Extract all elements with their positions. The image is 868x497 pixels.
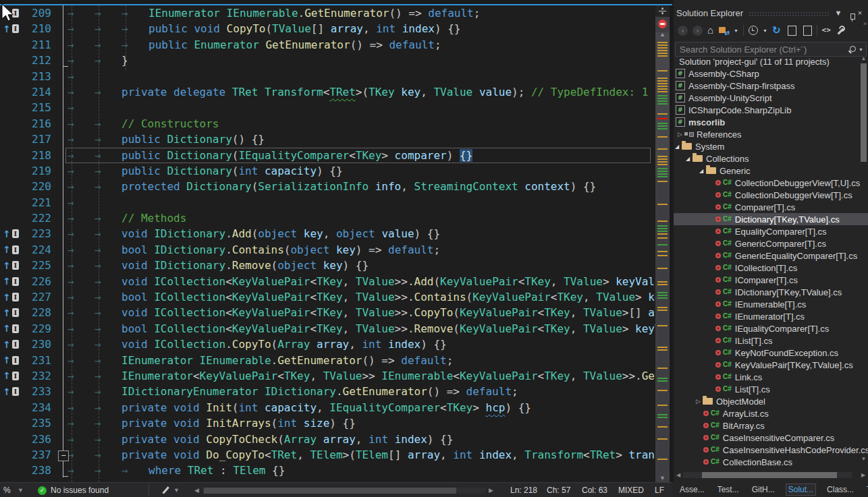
tree-item-collectiondebuggerview-t-cs[interactable]: C#CollectionDebuggerView[T].cs (674, 189, 868, 201)
tree-item-references[interactable]: ▷References (674, 128, 868, 140)
override-indicator-icon[interactable]: ↑I (3, 370, 19, 382)
tool-window-tab-test[interactable]: Test... (715, 484, 741, 495)
back-icon[interactable]: ‹ (678, 26, 688, 36)
scroll-down-arrow-icon[interactable]: ▼ (655, 475, 670, 481)
override-indicator-icon[interactable]: ↑I (3, 323, 19, 334)
tree-item-objectmodel[interactable]: ▷ObjectModel (674, 395, 868, 407)
tool-window-tab-gith[interactable]: GitH... (750, 484, 777, 495)
tree-item-genericequalitycomparer-t-cs[interactable]: C#GenericEqualityComparer[T].cs (674, 250, 868, 262)
zoom-control[interactable]: % (3, 483, 11, 497)
tree-item-idictionary-tkey-tvalue-cs[interactable]: C#IDictionary[TKey,TValue].cs (674, 286, 868, 298)
code-line-218[interactable]: 218→→public Dictionary(IEqualityComparer… (0, 148, 655, 163)
override-indicator-icon[interactable]: ↑I (3, 339, 19, 350)
status-encoding[interactable]: MIXED (618, 483, 644, 497)
tree-item-equalitycomparer-t-cs[interactable]: C#EqualityComparer[T].cs (674, 225, 868, 237)
tree-item-collectionbase-cs[interactable]: C#CollectionBase.cs (674, 456, 868, 468)
editor-hscroll-thumb[interactable] (204, 488, 456, 494)
close-icon[interactable]: × (855, 9, 865, 17)
override-indicator-icon[interactable]: ↑I (3, 291, 19, 303)
code-line-220[interactable]: 220→→protected Dictionary(SerializationI… (0, 179, 655, 194)
fold-collapse-icon[interactable]: − (58, 450, 69, 461)
tree-item-assembly-unityscript[interactable]: Assembly-UnityScript (674, 92, 868, 104)
code-line-231[interactable]: ↑I231→→IEnumerator IEnumerable.GetEnumer… (0, 353, 655, 368)
sync-dropdown-caret-icon[interactable]: ▼ (734, 28, 738, 33)
editor-horizontal-scrollbar[interactable] (202, 488, 486, 494)
tree-item-ienumerator-t-cs[interactable]: C#IEnumerator[T].cs (674, 310, 868, 322)
tree-item-genericcomparer-t-cs[interactable]: C#GenericComparer[T].cs (674, 237, 868, 250)
code-line-223[interactable]: ↑I223→→void IDictionary.Add(object key, … (0, 226, 655, 241)
tree-item-assembly-csharp[interactable]: Assembly-CSharp (674, 67, 868, 80)
code-line-222[interactable]: 222→→// Methods (0, 210, 655, 226)
tree-item-ilist-t-cs[interactable]: C#IList[T].cs (674, 334, 868, 347)
tree-item-ienumerable-t-cs[interactable]: C#IEnumerable[T].cs (674, 298, 868, 310)
tree-item-list-t-cs[interactable]: C#List[T].cs (674, 383, 868, 395)
tree-item-comparer-t-cs[interactable]: C#Comparer[T].cs (674, 201, 868, 213)
code-line-233[interactable]: ↑I233→→IDictionaryEnumerator IDictionary… (0, 384, 655, 399)
override-indicator-icon[interactable]: ↑I (3, 307, 19, 318)
tree-item-mscorlib[interactable]: mscorlib (674, 116, 868, 128)
code-line-227[interactable]: ↑I227→→bool ICollection<KeyValuePair<TKe… (0, 289, 655, 305)
code-line-219[interactable]: 219→→public Dictionary(int capacity) {} (0, 163, 655, 179)
code-line-235[interactable]: 235→→private void InitArrays(int size) {… (0, 415, 655, 431)
code-line-232[interactable]: ↑I232→→IEnumerator<KeyValuePair<TKey, TV… (0, 368, 655, 384)
tree-item-generic[interactable]: ◢Generic (674, 165, 868, 177)
search-dropdown-caret-icon[interactable]: ▼ (859, 47, 863, 52)
issues-indicator[interactable]: ✓ No issues found (38, 483, 109, 497)
collapse-all-icon[interactable] (788, 26, 796, 36)
code-line-237[interactable]: 237→→private void Do_CopyTo<TRet, TElem>… (0, 447, 655, 463)
search-icon[interactable] (848, 45, 857, 54)
solution-explorer-titlebar[interactable]: Solution Explorer ▼ × (674, 0, 868, 20)
code-line-238[interactable]: 238→→→where TRet : TElem {} (0, 463, 655, 478)
hscroll-right-arrow-icon[interactable]: ▶ (489, 483, 493, 497)
code-line-209[interactable]: ↑I209→→→IEnumerator IEnumerable.GetEnume… (0, 5, 655, 21)
show-all-files-icon[interactable] (803, 26, 812, 36)
tool-window-tab-tea[interactable]: Tea... (865, 484, 868, 495)
tree-horizontal-scrollbar[interactable]: ◀ ▶ (674, 469, 868, 480)
code-line-210[interactable]: ↑I210→→→public void CopyTo(TValue[] arra… (0, 21, 655, 36)
home-icon[interactable]: ⌂ (707, 25, 713, 36)
tree-item-system[interactable]: ◢System (674, 140, 868, 152)
code-line-236[interactable]: 236→→private void CopyToCheck(Array arra… (0, 432, 655, 447)
window-position-chevron-icon[interactable]: ▼ (833, 9, 844, 17)
pending-changes-filter-icon[interactable] (749, 26, 758, 35)
status-char-number[interactable]: Ch: 57 (547, 483, 570, 497)
filter-dropdown-caret-icon[interactable]: ▼ (763, 28, 767, 33)
tree-item-icsharpcode-sharpziplib[interactable]: ICSharpCode.SharpZipLib (674, 104, 868, 116)
hscroll-left-arrow-icon[interactable]: ◀ (194, 483, 199, 497)
tree-item-icomparer-t-cs[interactable]: C#IComparer[T].cs (674, 274, 868, 286)
solution-explorer-search[interactable]: Search Solution Explorer (Ctrl+¨) ▼ (675, 42, 867, 57)
tool-window-tab-solut[interactable]: Solut... (786, 484, 816, 496)
tree-vertical-scrollbar[interactable]: ▲ ▼ (860, 55, 867, 463)
override-indicator-icon[interactable]: ↑I (3, 276, 19, 287)
editor-vertical-scrollbar[interactable]: ▲▼ ▲ ▼ (655, 5, 670, 482)
tree-hscroll-thumb[interactable] (702, 472, 837, 478)
tree-scroll-down-icon[interactable]: ▼ (860, 456, 867, 462)
code-line-216[interactable]: 216→→// Constructors (0, 116, 655, 131)
sync-with-active-document-icon[interactable] (718, 26, 729, 35)
code-line-211[interactable]: 211→→→public Enumerator GetEnumerator() … (0, 37, 655, 53)
override-indicator-icon[interactable]: ↑I (3, 228, 19, 239)
code-line-229[interactable]: ↑I229→→bool ICollection<KeyValuePair<TKe… (0, 321, 655, 337)
override-indicator-icon[interactable]: ↑I (3, 260, 19, 271)
tool-window-tab-asse[interactable]: Asse... (678, 484, 707, 495)
tree-item-assembly-csharp-firstpass[interactable]: Assembly-CSharp-firstpass (674, 80, 868, 92)
tree-item-link-cs[interactable]: C#Link.cs (674, 371, 868, 383)
tree-item-keyvaluepair-tkey-tvalue-cs[interactable]: C#KeyValuePair[TKey,TValue].cs (674, 359, 868, 371)
code-editor[interactable]: ↑I209→→→IEnumerator IEnumerable.GetEnume… (0, 5, 655, 482)
tree-item-collections[interactable]: ◢Collections (674, 152, 868, 165)
code-line-230[interactable]: ↑I230→→void ICollection.CopyTo(Array arr… (0, 337, 655, 352)
document-health-error-icon[interactable] (658, 20, 667, 28)
tree-scroll-right-icon[interactable]: ▶ (859, 472, 868, 478)
tree-item-solution-project-gui-11-of-11-projects-[interactable]: Solution 'project-gui' (11 of 11 project… (674, 55, 868, 67)
code-line-239[interactable]: 239→→private static KeyValuePair<TKey, T… (0, 479, 655, 482)
override-indicator-icon[interactable]: ↑I (3, 386, 19, 397)
pen-dropdown-caret-icon[interactable]: ▼ (173, 483, 180, 497)
expanded-arrow-icon[interactable]: ◢ (675, 144, 682, 150)
tree-item-collectiondebuggerview-t-u-cs[interactable]: C#CollectionDebuggerView[T,U].cs (674, 177, 868, 189)
status-column-number[interactable]: Col: 63 (582, 483, 607, 497)
code-line-212[interactable]: 212→→} (0, 53, 655, 68)
status-line-ending[interactable]: LF (655, 483, 664, 497)
code-line-234[interactable]: 234→→private void Init(int capacity, IEq… (0, 400, 655, 415)
collapsed-arrow-icon[interactable]: ▷ (678, 131, 684, 138)
code-line-228[interactable]: ↑I228→→void ICollection<KeyValuePair<TKe… (0, 305, 655, 320)
